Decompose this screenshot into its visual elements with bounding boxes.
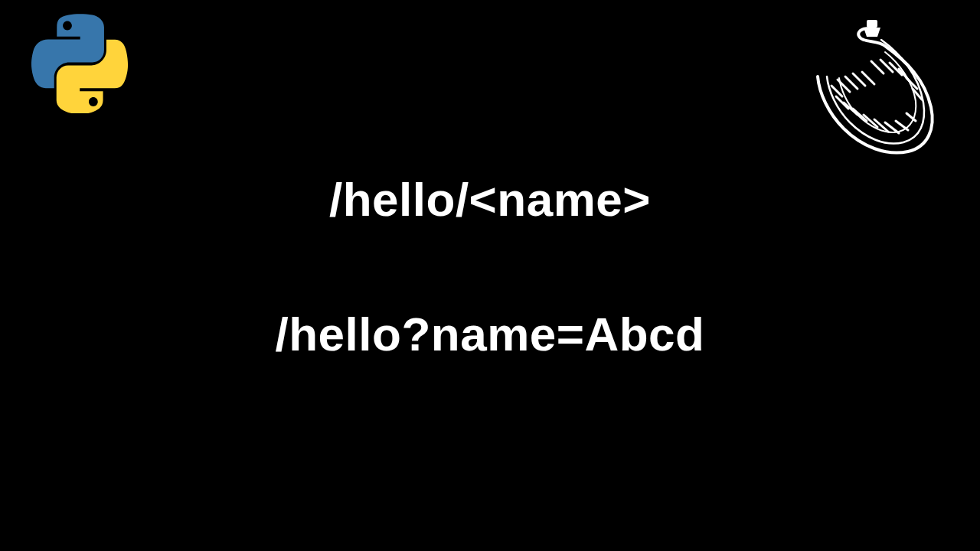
svg-line-12 xyxy=(896,121,908,130)
svg-line-4 xyxy=(853,73,865,86)
flask-logo-icon xyxy=(793,17,946,170)
content-area: /hello/<name> /hello?name=Abcd xyxy=(0,172,980,361)
svg-line-14 xyxy=(871,61,884,73)
svg-line-15 xyxy=(880,60,893,72)
route-query-param: /hello?name=Abcd xyxy=(0,307,980,361)
svg-line-3 xyxy=(845,77,858,89)
svg-line-2 xyxy=(838,80,850,92)
svg-rect-0 xyxy=(867,20,877,28)
python-logo-icon xyxy=(31,14,130,113)
svg-line-7 xyxy=(844,103,858,115)
slide: /hello/<name> /hello?name=Abcd xyxy=(0,0,980,551)
route-path-param: /hello/<name> xyxy=(0,172,980,227)
svg-line-5 xyxy=(862,72,874,84)
